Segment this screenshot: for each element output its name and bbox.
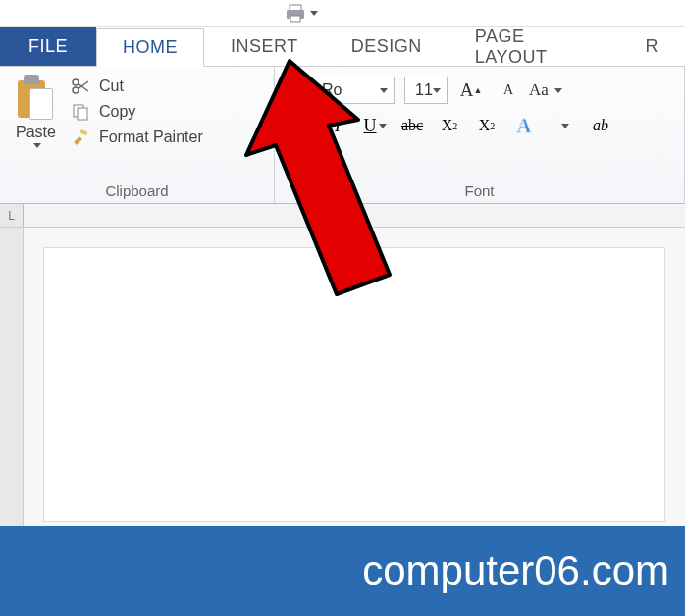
quick-access-toolbar	[0, 0, 685, 27]
ruler-corner: L	[0, 204, 24, 227]
copy-button[interactable]: Copy	[70, 102, 203, 122]
paste-icon	[16, 75, 55, 122]
font-size-value: 11	[415, 81, 433, 99]
chevron-down-icon[interactable]	[33, 143, 41, 148]
group-label-font: Font	[283, 179, 676, 201]
underline-button[interactable]: U	[361, 112, 389, 139]
svg-rect-9	[79, 129, 87, 135]
document-area	[0, 228, 685, 541]
tab-page-layout[interactable]: PAGE LAYOUT	[448, 27, 619, 66]
paste-button[interactable]: Paste	[8, 71, 64, 179]
text-effects-dropdown[interactable]	[550, 112, 577, 139]
page-space	[24, 228, 685, 541]
watermark-bar: computer06.com	[0, 526, 685, 616]
group-label-clipboard: Clipboard	[8, 179, 266, 201]
font-name-combo[interactable]: ew Ro	[287, 77, 395, 104]
italic-button[interactable]: I	[324, 112, 351, 139]
superscript-button[interactable]: X2	[473, 112, 501, 139]
subscript-button[interactable]: X2	[436, 112, 463, 139]
ribbon-tabbar: FILE HOME INSERT DESIGN PAGE LAYOUT R	[0, 27, 685, 67]
bold-button[interactable]: B	[287, 112, 314, 139]
document-page[interactable]	[43, 247, 665, 522]
watermark-text: computer06.com	[362, 547, 669, 594]
scissors-icon	[70, 77, 91, 96]
tab-references[interactable]: R	[619, 27, 686, 66]
svg-point-3	[73, 87, 79, 93]
chevron-down-icon	[561, 124, 569, 128]
ruler-body	[24, 204, 685, 227]
group-clipboard: Paste Cut	[0, 67, 275, 203]
svg-rect-2	[290, 16, 300, 22]
tab-home[interactable]: HOME	[96, 28, 204, 67]
format-painter-label: Format Painter	[99, 128, 203, 146]
svg-point-4	[73, 79, 79, 85]
tab-design[interactable]: DESIGN	[325, 27, 448, 66]
cut-button[interactable]: Cut	[70, 77, 203, 96]
group-font: ew Ro 11 A▲ A Aa	[275, 67, 685, 203]
strikethrough-button[interactable]: abc	[398, 112, 426, 139]
font-name-value: ew Ro	[297, 81, 342, 99]
text-effects-button[interactable]: A	[510, 112, 538, 139]
copy-icon	[70, 102, 91, 122]
brush-icon	[70, 128, 91, 147]
chevron-down-icon	[310, 11, 318, 16]
horizontal-ruler[interactable]: L	[0, 204, 685, 228]
copy-label: Copy	[99, 103, 135, 121]
shrink-font-button[interactable]: A	[495, 77, 522, 104]
svg-rect-8	[78, 108, 87, 120]
highlight-button[interactable]: ab	[587, 112, 614, 139]
cut-label: Cut	[99, 77, 124, 95]
grow-font-button[interactable]: A▲	[457, 77, 485, 104]
chevron-down-icon	[433, 88, 441, 93]
format-painter-button[interactable]: Format Painter	[70, 128, 203, 147]
chevron-down-icon	[380, 88, 388, 93]
tab-insert[interactable]: INSERT	[204, 27, 325, 66]
ribbon: Paste Cut	[0, 67, 685, 204]
font-size-combo[interactable]: 11	[404, 77, 448, 104]
tab-file[interactable]: FILE	[0, 27, 96, 66]
print-icon	[285, 4, 306, 24]
chevron-down-icon	[554, 88, 562, 93]
change-case-button[interactable]: Aa	[532, 77, 559, 104]
qat-print[interactable]	[285, 4, 318, 24]
paste-label: Paste	[16, 124, 56, 141]
chevron-down-icon	[379, 124, 387, 128]
vertical-ruler[interactable]	[0, 228, 24, 541]
